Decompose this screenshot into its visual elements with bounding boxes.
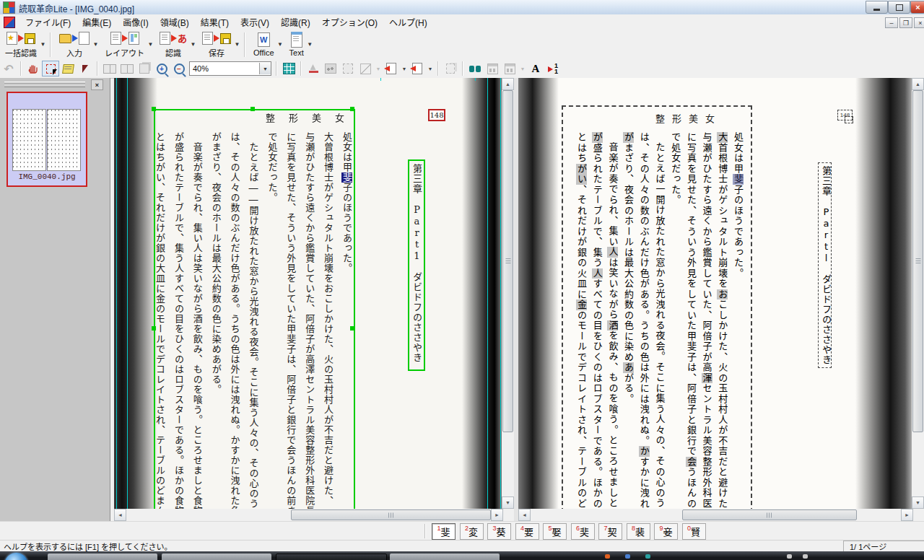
image-region-box-left[interactable] [116,78,128,509]
send-result-2-button[interactable] [409,61,426,76]
menu-item[interactable]: 認識(R) [275,16,316,30]
scroll-up-button[interactable]: ▲ [912,78,924,90]
edit-note-button[interactable] [59,61,77,76]
candidate-button[interactable]: 0賢 [682,523,706,540]
menu-item[interactable]: オプション(O) [316,16,383,30]
image-region-box-top[interactable] [380,78,476,81]
scroll-thumb[interactable] [291,509,491,520]
input-button[interactable]: 入力 [57,31,92,58]
save-dropdown[interactable]: ▼ [233,32,241,57]
export-office-button[interactable]: W Office [251,31,276,58]
minimize-button[interactable] [866,1,888,14]
zoom-out-button[interactable]: − [170,61,188,76]
text-column[interactable]: が盛られたテーブルで、集う人すべての目をひくのはロブスターである。ほかの食物 [173,132,186,509]
taskbar-button[interactable] [162,554,271,560]
mdi-close-button[interactable]: × [914,17,924,28]
region-handle[interactable] [350,107,354,111]
text-column[interactable]: がまざり、夜会のホールは最大公約数の色に染めあがる。 [622,132,635,404]
region-handle[interactable] [250,107,255,111]
text-column[interactable]: で処女だった。 [266,132,279,203]
reading-order-button[interactable]: 11 [544,61,562,76]
candidate-button[interactable]: 9妾 [654,523,678,540]
result-horizontal-scrollbar[interactable]: ◄ ► [518,509,912,521]
recognize-dropdown[interactable]: ▼ [189,32,197,57]
send-result-button[interactable] [383,61,400,76]
photos-button[interactable] [322,61,339,76]
candidate-button[interactable]: 2変 [460,523,484,540]
mdi-restore-button[interactable]: ❐ [899,17,912,28]
send-result-dropdown[interactable]: ▼ [400,66,409,71]
result-text-region-chapter[interactable]: 第三章 Partl ダビドフのささやき [818,162,832,368]
menu-item[interactable]: 結果(T) [195,16,235,30]
region-handle[interactable] [350,326,354,331]
result-vertical-scrollbar[interactable]: ▲ ▼ [912,78,924,509]
region-handle[interactable] [152,107,156,111]
page-number-region[interactable]: 148 [428,109,445,121]
text-column[interactable]: が盛られたテーブルで、集う人すべての目をひくのはロブスターである。ほかの食物 [591,132,604,509]
candidate-button[interactable]: 5娶 [543,523,567,540]
panel-close-button[interactable]: × [91,79,103,90]
candidate-button[interactable]: 6奜 [571,523,595,540]
tray-icon[interactable] [645,554,650,559]
scroll-left-button[interactable]: ◄ [114,509,126,521]
text-column[interactable]: たとえば――開け放たれた窓から光洩れる夜会。そこに集う人々の、その心のうち [248,142,261,509]
restore-button[interactable] [888,1,910,14]
text-column[interactable]: 大曾根博士がゲシュタルト崩壊をおこしかけた、火の玉村村人が不吉だと避けた、 [322,132,335,506]
text-column[interactable]: たとえば一開け放たれた窓から光洩れる夜会。そこに集う人々の、その心のうち [654,142,667,509]
search-button[interactable] [466,61,484,76]
panel-view-button[interactable] [484,61,501,76]
menu-item[interactable]: 領域(B) [154,16,195,30]
input-dropdown[interactable]: ▼ [92,32,100,57]
scroll-down-button[interactable]: ▼ [912,496,924,509]
dotted-region-button[interactable] [339,61,357,76]
export-text-dropdown[interactable]: ▼ [306,32,314,57]
scan-image-pane[interactable]: 整形美女 148 第三章 Part1 ダビドフのささやき 処女は甲斐子のほうであ… [114,78,502,509]
save-button[interactable]: 保存 [200,31,233,58]
menu-item[interactable]: 編集(E) [77,16,117,30]
auto-region-button[interactable] [280,61,297,76]
tray-icon[interactable] [787,554,792,559]
image-region-dropdown[interactable]: ▼ [374,66,383,71]
region-select-button[interactable] [42,61,59,76]
scroll-down-button[interactable]: ▼ [502,496,514,509]
menu-item[interactable]: 画像(I) [117,16,154,30]
menu-item[interactable]: ヘルプ(H) [383,16,433,30]
batch-recognize-button[interactable]: ★ 一括認識 [3,31,39,58]
export-office-dropdown[interactable]: ▼ [276,32,284,57]
compare-view-button[interactable] [442,61,459,76]
pages-button[interactable] [136,61,153,76]
stamp-button[interactable] [305,61,322,76]
title-bar[interactable]: 読取革命Lite - [IMG_0040.jpg] × [0,0,924,15]
scroll-right-button[interactable]: ► [901,509,913,521]
close-button[interactable]: × [910,1,924,14]
panel-view-dropdown[interactable]: ▼ [518,66,527,71]
text-column[interactable]: 音楽が奏でられ、集い人は笑いながら洒を飲み、ものを喰う。ところせましと食物 [606,142,619,509]
text-column[interactable]: に写真を見せた、そういう外見をしていた甲斐子は、阿倍子と銀行で会うほんの前ま [284,132,297,509]
layout-dropdown[interactable]: ▼ [147,32,154,57]
panel-view-2-button[interactable] [501,61,518,76]
layout-button[interactable]: レイアウト [103,31,147,58]
candidate-button[interactable]: 8裴 [627,523,650,540]
send-result-2-dropdown[interactable]: ▼ [426,66,435,71]
book-spread-button[interactable] [101,61,118,76]
scroll-thumb[interactable] [912,90,923,432]
ocr-result-pane[interactable]: 整形美女 148 第三章 Partl ダビドフのささやき 処女は甲斐子のほうであ… [518,78,912,509]
text-column[interactable]: 与瀬がひたすら遠くから鑑賞していた、阿倍子が高渾セントラル美容整形外科医院長 [701,132,714,509]
scroll-thumb[interactable] [682,509,857,520]
hand-tool-button[interactable] [25,61,42,76]
scroll-left-button[interactable]: ◄ [518,509,531,521]
scroll-right-button[interactable]: ► [491,509,503,521]
candidate-button[interactable]: 3葵 [487,523,511,540]
scroll-up-button[interactable]: ▲ [502,78,514,90]
text-column[interactable]: は、その人々の数のぶんだけ色がある。うちの色は外には洩れぬ。かすかに洩れた色 [229,132,242,509]
scan-vertical-scrollbar[interactable]: ▲ ▼ [502,78,514,509]
text-column[interactable]: 音楽が奏でられ、集い人は笑いながら酒を飲み、ものを喰う。ところせましと食物 [191,142,204,509]
mdi-minimize-button[interactable]: – [885,17,898,28]
text-column[interactable]: とはちがい、それだけが銀の火皿に金のモールでデコレイトされ、テーブルのどまん [575,132,588,509]
text-column[interactable]: 与瀬がひたすら遠くから鑑賞していた、阿倍子が高澤セントラル美容整形外科医院長 [303,132,316,509]
zoom-dropdown-button[interactable]: ▼ [259,63,271,74]
text-column[interactable]: とはちがい、それだけが銀の大皿に金のモールでデコレイトされ、テーブルのどまん [154,132,167,509]
panel-grip[interactable] [4,84,85,87]
batch-recognize-dropdown[interactable]: ▼ [39,32,47,57]
image-region-button[interactable] [357,61,374,76]
